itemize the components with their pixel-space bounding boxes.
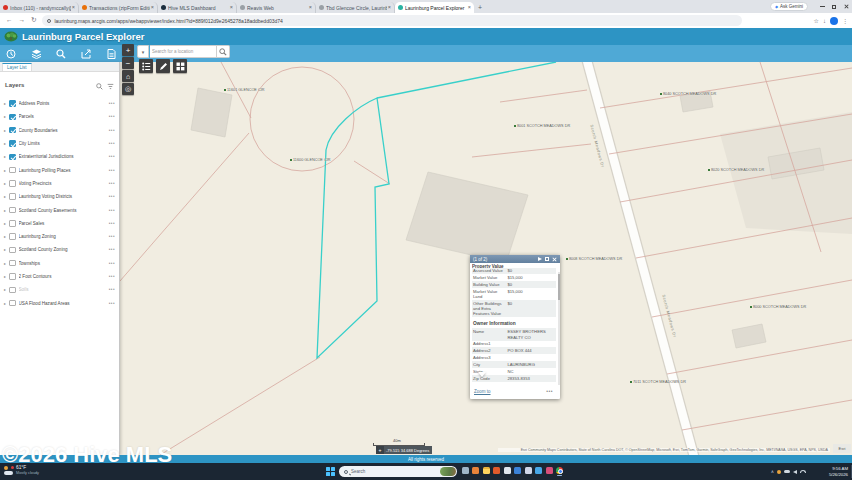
- browser-menu-icon[interactable]: ⋮: [842, 18, 848, 24]
- layer-list-item[interactable]: ▸ Laurinburg Zoning •••: [0, 230, 119, 243]
- photos-icon[interactable]: [545, 467, 553, 477]
- copilot-icon[interactable]: [472, 467, 480, 477]
- document-icon[interactable]: [105, 48, 117, 60]
- layer-checkbox[interactable]: [9, 127, 16, 134]
- layer-list-item[interactable]: ▸ Scotland County Easements •••: [0, 203, 119, 216]
- tab-close-icon[interactable]: ×: [309, 5, 312, 11]
- taskbar-search-box[interactable]: Search: [339, 466, 457, 477]
- store-icon[interactable]: [535, 467, 543, 477]
- onedrive-cloud-icon[interactable]: [784, 470, 790, 474]
- forward-icon[interactable]: →: [19, 17, 26, 24]
- layer-checkbox[interactable]: [9, 233, 16, 240]
- draw-widget-button[interactable]: [156, 59, 170, 73]
- layer-checkbox[interactable]: [9, 140, 16, 147]
- share-icon[interactable]: [80, 48, 92, 60]
- wifi-icon[interactable]: [800, 470, 806, 473]
- popup-more-actions-icon[interactable]: •••: [546, 390, 553, 392]
- layer-options-icon[interactable]: •••: [109, 128, 115, 133]
- location-search-input[interactable]: [150, 45, 217, 58]
- panel-search-icon[interactable]: [96, 76, 103, 94]
- layer-checkbox[interactable]: [9, 287, 16, 294]
- layer-options-icon[interactable]: •••: [109, 261, 115, 266]
- layer-options-icon[interactable]: •••: [109, 301, 115, 306]
- layer-options-icon[interactable]: •••: [109, 181, 115, 186]
- layer-options-icon[interactable]: •••: [109, 287, 115, 292]
- layer-list-item[interactable]: ▸ 2 Foot Contours •••: [0, 270, 119, 283]
- profile-avatar[interactable]: [830, 17, 838, 25]
- edge-icon[interactable]: [514, 467, 522, 477]
- browser-tab[interactable]: Reavis Web ×: [237, 2, 316, 13]
- panel-filter-icon[interactable]: [107, 76, 114, 94]
- url-omnibox[interactable]: laurinburg.maps.arcgis.com/apps/webappvi…: [42, 15, 742, 26]
- browser-tab[interactable]: Laurinburg Parcel Explorer ×: [395, 2, 474, 13]
- layer-list-item[interactable]: ▸ Parcel Sales •••: [0, 217, 119, 230]
- layer-checkbox[interactable]: [9, 167, 16, 174]
- tray-app-icon[interactable]: [777, 470, 781, 474]
- layer-options-icon[interactable]: •••: [109, 168, 115, 173]
- layer-options-icon[interactable]: •••: [109, 194, 115, 199]
- layer-checkbox[interactable]: [9, 247, 16, 254]
- location-search-button[interactable]: [217, 45, 230, 58]
- layers-icon[interactable]: [30, 48, 42, 60]
- layer-options-icon[interactable]: •••: [109, 208, 115, 213]
- popup-maximize-icon[interactable]: [545, 257, 549, 261]
- ask-gemini-button[interactable]: ◆ Ask Gemini: [770, 2, 808, 11]
- reload-icon[interactable]: ↻: [31, 17, 36, 24]
- layer-options-icon[interactable]: •••: [109, 274, 115, 279]
- layer-options-icon[interactable]: •••: [109, 141, 115, 146]
- volume-icon[interactable]: [793, 470, 797, 474]
- popup-next-icon[interactable]: [538, 257, 542, 261]
- zoom-to-link[interactable]: Zoom to: [474, 389, 546, 394]
- popup-close-icon[interactable]: [552, 257, 557, 262]
- layer-checkbox[interactable]: [9, 114, 16, 121]
- search-tool-icon[interactable]: [55, 48, 67, 60]
- layer-checkbox[interactable]: [9, 260, 16, 267]
- my-location-button[interactable]: ◎: [122, 83, 134, 95]
- layer-options-icon[interactable]: •••: [109, 154, 115, 159]
- browser-tab[interactable]: Transactions (zipForm Edition) ×: [79, 2, 158, 13]
- basemap-gallery-button[interactable]: [173, 59, 187, 73]
- tab-close-icon[interactable]: ×: [151, 5, 154, 11]
- start-button[interactable]: [326, 467, 335, 476]
- layer-list-item[interactable]: ▸ USA Flood Hazard Areas •••: [0, 296, 119, 309]
- about-clock-icon[interactable]: [5, 48, 17, 60]
- layer-list-item[interactable]: ▸ Soils •••: [0, 283, 119, 296]
- layer-list-item[interactable]: ▸ Laurinburg Polling Places •••: [0, 163, 119, 176]
- tab-close-icon[interactable]: ×: [388, 5, 391, 11]
- popup-scrollbar[interactable]: [558, 272, 560, 385]
- layer-checkbox[interactable]: [9, 300, 16, 307]
- browser-tab[interactable]: Tbd Glencoe Circle, Laurinburg ×: [316, 2, 395, 13]
- layer-checkbox[interactable]: [9, 273, 16, 280]
- mail-app-icon[interactable]: [503, 467, 511, 477]
- zoom-out-button[interactable]: −: [122, 57, 134, 69]
- tab-close-icon[interactable]: ×: [230, 5, 233, 11]
- browser-tab[interactable]: Inbox (110) - randymccally@g... ×: [0, 2, 79, 13]
- tab-close-icon[interactable]: ×: [72, 5, 75, 11]
- layer-list-item[interactable]: ▸ Parcels •••: [0, 110, 119, 123]
- layer-list-item[interactable]: ▸ Extraterritorial Jurisdictions •••: [0, 150, 119, 163]
- window-minimize-button[interactable]: [816, 0, 828, 13]
- task-view-icon[interactable]: [461, 467, 469, 477]
- site-info-icon[interactable]: [47, 19, 51, 23]
- layer-options-icon[interactable]: •••: [109, 114, 115, 119]
- back-icon[interactable]: ←: [6, 17, 13, 24]
- layer-list-item[interactable]: ▸ County Boundaries •••: [0, 124, 119, 137]
- layer-checkbox[interactable]: [9, 180, 16, 187]
- layer-options-icon[interactable]: •••: [109, 221, 115, 226]
- layer-list-item[interactable]: ▸ Laurinburg Voting Districts •••: [0, 190, 119, 203]
- layer-list-item[interactable]: ▸ Voting Precincts •••: [0, 177, 119, 190]
- layer-list-item[interactable]: ▸ Scotland County Zoning •••: [0, 243, 119, 256]
- legend-widget-button[interactable]: [139, 59, 153, 73]
- teams-icon[interactable]: [524, 467, 532, 477]
- layer-list-tab[interactable]: Layer List: [2, 63, 32, 71]
- bookmark-star-icon[interactable]: ☆: [814, 18, 819, 24]
- browser-app-icon[interactable]: [493, 467, 501, 477]
- downloads-icon[interactable]: ↓: [823, 18, 826, 24]
- browser-tab[interactable]: Hive MLS Dashboard ×: [158, 2, 237, 13]
- layer-checkbox[interactable]: [9, 220, 16, 227]
- layer-options-icon[interactable]: •••: [109, 234, 115, 239]
- window-close-button[interactable]: [840, 0, 852, 13]
- tab-close-icon[interactable]: ×: [468, 5, 471, 11]
- window-maximize-button[interactable]: [828, 0, 840, 13]
- crosshair-icon[interactable]: +: [376, 446, 384, 454]
